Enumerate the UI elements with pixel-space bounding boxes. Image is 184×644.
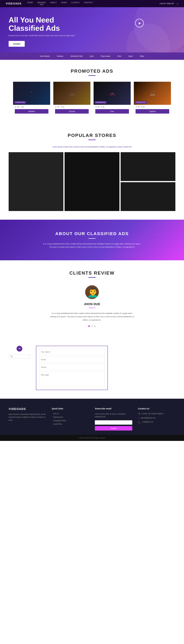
hero-title: All You Need Classified Ads	[9, 16, 95, 32]
ad-likes-laptops: ♥ 01	[141, 106, 145, 108]
footer-links-list: Join Us Maintenance Language Packs Learn…	[52, 413, 89, 425]
clients-review-title: CLIENTS REVIEW	[9, 270, 175, 276]
cat-jobs[interactable]: Jobs	[90, 55, 93, 57]
promoted-ads-divider	[89, 75, 95, 76]
footer-address-text: London 143 United Kingdom	[142, 413, 164, 415]
ad-stats-mobiles: 👁 30 ♥ 01	[13, 105, 50, 109]
review-dots	[9, 325, 175, 327]
ad-btn-cars[interactable]: Cars	[95, 109, 129, 114]
ad-image-cars: 🚗 PROMOTED	[93, 82, 131, 105]
eye-icon-4: 👁	[136, 106, 137, 108]
cat-fashion[interactable]: Fashion	[57, 55, 63, 57]
nav-links: HOME BROWSEADS ABOUT NEWS CLIENTS CONTAC…	[27, 2, 160, 6]
nav-home[interactable]: HOME	[27, 2, 33, 6]
nav-contact[interactable]: CONTACT	[84, 2, 93, 6]
ad-likes-mobiles: ♥ 01	[20, 106, 24, 108]
hero-subtitle: Browse from more than 18,000,000 adverts…	[9, 34, 95, 36]
ad-stats-cars: 👁 30 ♥ 01	[93, 105, 131, 109]
ad-badge-laptops: PROMOTED	[135, 101, 147, 104]
popular-stores-title: POPULAR STORES	[9, 133, 175, 138]
ad-image-cycles: 🚲	[53, 82, 91, 105]
footer-quick-links-col: Quick links Join Us Maintenance Language…	[52, 407, 89, 430]
footer-link-join[interactable]: Join Us	[52, 413, 89, 415]
email-icon: ✉	[138, 417, 140, 419]
ad-card-laptops: 💻 PROMOTED 👁 30 ♥ 01 Laptops	[134, 82, 171, 116]
ad-card-mobiles: 📱 PROMOTED 👁 30 ♥ 01 Mobiles	[13, 82, 50, 116]
eye-icon: 👁	[15, 106, 16, 108]
reviewer-role: (adviser)	[9, 307, 175, 309]
nav-browse-ads[interactable]: BROWSEADS	[37, 2, 46, 6]
contact-phone-input[interactable]	[39, 364, 105, 370]
stores-grid	[9, 152, 175, 211]
footer: VIDEOADS dolor sit amet, consectetur adi…	[0, 399, 184, 435]
footer-subscribe-col: Subscribe email Lorem ipsum dolor sit am…	[95, 407, 132, 430]
ad-btn-laptops[interactable]: Laptops	[136, 109, 169, 114]
contact-name-input[interactable]	[39, 349, 105, 355]
footer-quick-links-heading: Quick links	[52, 407, 89, 410]
footer-link-learnpress[interactable]: LearnPress	[52, 423, 89, 425]
review-text: It is a long established fact that a rea…	[49, 312, 135, 322]
ad-likes-cycles: ♥ 01	[61, 106, 64, 108]
category-nav: Auto Mobile Fashion Mother& Child Jobs R…	[0, 52, 184, 60]
footer-subscribe-input[interactable]	[95, 420, 132, 424]
about-section: ABOUT OUR CLASSIFIED ADS It is a long es…	[0, 220, 184, 260]
popular-stores-divider	[89, 140, 95, 140]
footer-contact-col: Contact Us 📍 London 143 United Kingdom ✉…	[138, 407, 175, 430]
clients-review-section: CLIENTS REVIEW JHON DUE (adviser) It is …	[0, 260, 184, 337]
promoted-ads-section: PROMOTED ADS 📱 PROMOTED 👁 30 ♥ 01 Mobile…	[0, 60, 184, 124]
ad-btn-mobiles[interactable]: Mobiles	[15, 109, 48, 114]
footer-address: 📍 London 143 United Kingdom	[138, 413, 175, 415]
ad-views-mobiles: 👁 30	[15, 106, 19, 108]
ad-card-cycles: 🚲 👁 30 ♥ 01 Cyicats	[53, 82, 91, 116]
footer-submit-button[interactable]: Submit	[95, 426, 132, 430]
ad-views-cars: 👁 30	[95, 106, 99, 108]
nav-clients[interactable]: CLIENTS	[71, 2, 80, 6]
contact-message-textarea[interactable]	[39, 372, 105, 386]
phone-icon: 📞	[138, 421, 140, 424]
about-divider	[89, 238, 95, 239]
cat-auto-mobile[interactable]: Auto Mobile	[40, 55, 50, 57]
footer-contact-heading: Contact Us	[138, 407, 175, 410]
reviewer-name: JHON DUE	[9, 302, 175, 306]
heart-icon-2: ♥	[61, 106, 62, 108]
store-item-1[interactable]	[65, 152, 119, 211]
eye-icon-2: 👁	[55, 106, 57, 108]
store-item-4[interactable]	[121, 182, 175, 211]
footer-link-language[interactable]: Language Packs	[52, 420, 89, 422]
reviewer-avatar	[85, 285, 99, 299]
nav-news[interactable]: NEWS	[61, 2, 67, 6]
search-icon[interactable]: ⌕	[177, 2, 178, 5]
cat-real-estate[interactable]: Real estate	[101, 55, 110, 57]
brand-logo[interactable]: VIDEOADS	[6, 2, 21, 5]
login-signup-link[interactable]: LOG IN / SIGN UP	[160, 2, 174, 4]
contact-location-icon: ✉	[16, 346, 22, 352]
footer-subscribe-heading: Subscribe email	[95, 407, 132, 410]
ad-stats-cycles: 👁 30 ♥ 01	[53, 105, 91, 109]
navbar: VIDEOADS HOME BROWSEADS ABOUT NEWS CLIEN…	[0, 0, 184, 7]
cat-sport[interactable]: Sport	[128, 55, 133, 57]
footer-email: ✉ advise@gmail.com	[138, 417, 175, 419]
contact-email-input[interactable]	[39, 356, 105, 362]
store-item-3[interactable]	[9, 152, 63, 211]
footer-link-maintenance[interactable]: Maintenance	[52, 416, 89, 418]
cat-mother-child[interactable]: Mother& Child	[71, 55, 82, 57]
heart-icon-3: ♥	[101, 106, 102, 108]
ad-btn-cycles[interactable]: Cyicats	[55, 109, 89, 114]
ad-likes-cars: ♥ 01	[101, 106, 104, 108]
location-icon: 📍	[138, 413, 140, 415]
hero-contact-button[interactable]: Contact	[9, 41, 25, 47]
popular-stores-subtitle: Lorem Ipsum is that it has a more-or-les…	[9, 146, 175, 148]
nav-about[interactable]: ABOUT	[50, 2, 57, 6]
cat-more[interactable]: More	[140, 55, 144, 57]
cat-pets[interactable]: Pets	[117, 55, 121, 57]
store-item-2[interactable]	[121, 152, 175, 181]
contact-search-input[interactable]	[9, 354, 30, 358]
ad-views-laptops: 👁 30	[136, 106, 140, 108]
ad-stats-laptops: 👁 30 ♥ 01	[134, 105, 171, 109]
dot-3[interactable]	[94, 325, 96, 327]
dot-2[interactable]	[91, 325, 93, 327]
footer-bottom: © 2024 VIDEOADS. All rights reserved.	[0, 435, 184, 441]
dot-1[interactable]	[88, 325, 90, 327]
ad-views-cycles: 👁 30	[55, 106, 59, 108]
play-button[interactable]	[135, 19, 144, 28]
